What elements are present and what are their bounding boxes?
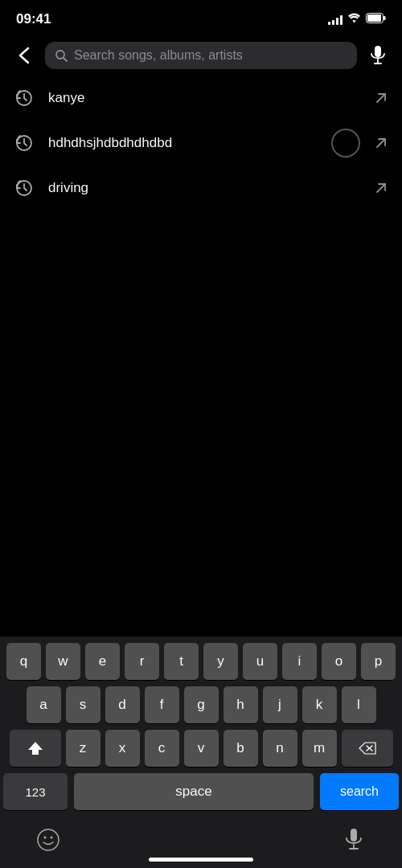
svg-line-13 — [377, 184, 385, 192]
history-item-1[interactable]: kanye — [0, 76, 402, 121]
keyboard-row-4: 123 space search — [3, 773, 399, 810]
status-icons — [328, 12, 386, 27]
key-i[interactable]: i — [282, 643, 317, 680]
key-b[interactable]: b — [224, 730, 258, 767]
home-indicator — [149, 858, 253, 862]
history-icon-1 — [13, 87, 35, 109]
search-bar-icon — [55, 49, 68, 62]
battery-icon — [366, 12, 386, 27]
keyboard-row-3: z x c v b n m — [3, 730, 399, 767]
key-j[interactable]: j — [263, 686, 297, 723]
svg-point-19 — [51, 837, 53, 839]
svg-rect-1 — [384, 16, 386, 20]
fill-search-icon-1[interactable] — [373, 90, 389, 106]
history-text-3: driving — [48, 180, 360, 196]
fill-search-icon-2[interactable] — [373, 135, 389, 151]
key-u[interactable]: u — [243, 643, 277, 680]
back-button[interactable] — [11, 43, 37, 68]
key-k[interactable]: k — [302, 686, 337, 723]
svg-rect-20 — [351, 829, 357, 841]
key-g[interactable]: g — [184, 686, 219, 723]
key-h[interactable]: h — [224, 686, 258, 723]
key-t[interactable]: t — [164, 643, 199, 680]
shift-key[interactable] — [10, 730, 61, 767]
status-time: 09:41 — [16, 11, 51, 27]
svg-line-4 — [64, 58, 67, 61]
key-a[interactable]: a — [27, 686, 61, 723]
svg-marker-14 — [28, 742, 43, 755]
loading-indicator — [331, 129, 360, 158]
key-q[interactable]: q — [6, 643, 41, 680]
key-y[interactable]: y — [203, 643, 238, 680]
keyboard: q w e r t y u i o p a s d f g h j k l z … — [0, 637, 402, 820]
keyboard-mic-button[interactable] — [338, 824, 370, 856]
key-p[interactable]: p — [361, 643, 396, 680]
history-list: kanye hdhdhsjhdbdhdhdbd — [0, 76, 402, 211]
key-d[interactable]: d — [105, 686, 140, 723]
search-placeholder: Search songs, albums, artists — [74, 48, 347, 63]
bottom-wrapper — [0, 820, 402, 868]
search-key[interactable]: search — [320, 773, 399, 810]
status-bar: 09:41 — [0, 0, 402, 35]
keyboard-row-1: q w e r t y u i o p — [3, 643, 399, 680]
history-icon-3 — [13, 177, 35, 199]
key-l[interactable]: l — [342, 686, 376, 723]
key-s[interactable]: s — [66, 686, 100, 723]
signal-icon — [328, 14, 343, 25]
content-area — [0, 211, 402, 637]
key-r[interactable]: r — [125, 643, 159, 680]
key-v[interactable]: v — [184, 730, 219, 767]
key-n[interactable]: n — [263, 730, 297, 767]
space-key[interactable]: space — [74, 773, 314, 810]
history-item-3[interactable]: driving — [0, 166, 402, 211]
numbers-key[interactable]: 123 — [3, 773, 68, 810]
key-x[interactable]: x — [105, 730, 140, 767]
wifi-icon — [347, 12, 361, 27]
search-header: Search songs, albums, artists — [0, 35, 402, 76]
key-f[interactable]: f — [145, 686, 179, 723]
key-o[interactable]: o — [322, 643, 356, 680]
svg-point-17 — [38, 829, 59, 850]
key-z[interactable]: z — [66, 730, 100, 767]
emoji-button[interactable] — [32, 824, 64, 856]
fill-search-icon-3[interactable] — [373, 180, 389, 196]
history-icon-2 — [13, 132, 35, 154]
key-m[interactable]: m — [302, 730, 337, 767]
voice-search-button[interactable] — [365, 43, 391, 68]
key-w[interactable]: w — [46, 643, 80, 680]
svg-rect-5 — [375, 46, 381, 57]
history-text-1: kanye — [48, 90, 360, 106]
svg-line-9 — [377, 94, 385, 102]
delete-key[interactable] — [342, 730, 393, 767]
svg-line-11 — [377, 139, 385, 147]
history-item-2[interactable]: hdhdhsjhdbdhdhdbd — [0, 121, 402, 166]
search-bar[interactable]: Search songs, albums, artists — [45, 42, 357, 69]
svg-rect-2 — [367, 14, 381, 22]
keyboard-row-2: a s d f g h j k l — [3, 686, 399, 723]
key-c[interactable]: c — [145, 730, 179, 767]
svg-point-18 — [44, 837, 47, 839]
key-e[interactable]: e — [85, 643, 120, 680]
history-text-2: hdhdhsjhdbdhdhdbd — [48, 135, 318, 151]
